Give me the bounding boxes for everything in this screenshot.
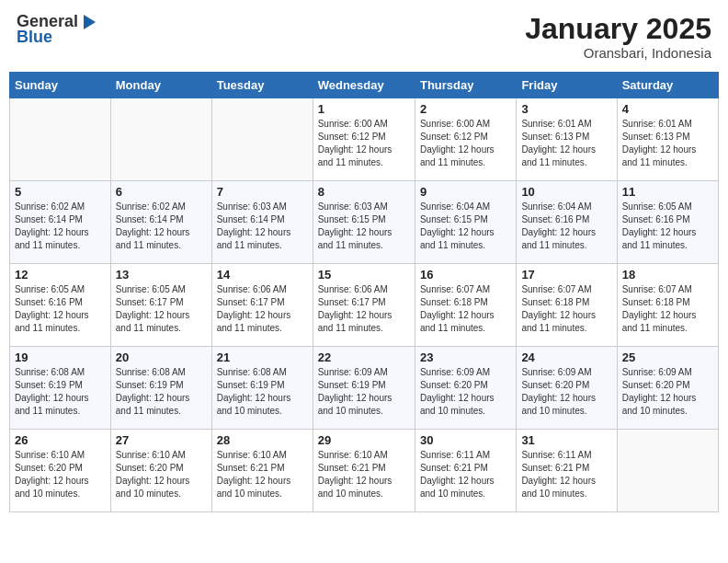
day-number: 8 (318, 185, 410, 199)
calendar-cell: 31Sunrise: 6:11 AM Sunset: 6:21 PM Dayli… (517, 430, 617, 512)
day-info: Sunrise: 6:10 AM Sunset: 6:21 PM Dayligh… (217, 449, 308, 500)
day-number: 29 (318, 433, 410, 447)
day-info: Sunrise: 6:08 AM Sunset: 6:19 PM Dayligh… (116, 366, 207, 418)
calendar-cell: 25Sunrise: 6:09 AM Sunset: 6:20 PM Dayli… (617, 347, 718, 430)
day-info: Sunrise: 6:06 AM Sunset: 6:17 PM Dayligh… (318, 283, 410, 335)
page-header: General Blue January 2025 Oransbari, Ind… (9, 9, 719, 64)
day-number: 26 (15, 433, 106, 447)
day-number: 21 (217, 350, 308, 364)
day-info: Sunrise: 6:02 AM Sunset: 6:14 PM Dayligh… (116, 201, 207, 252)
month-year-title: January 2025 (525, 13, 711, 45)
calendar-cell: 22Sunrise: 6:09 AM Sunset: 6:19 PM Dayli… (313, 347, 415, 430)
calendar-cell (211, 98, 313, 181)
logo-arrow-icon (79, 15, 96, 29)
calendar-cell: 10Sunrise: 6:04 AM Sunset: 6:16 PM Dayli… (517, 181, 617, 264)
logo-blue-text: Blue (17, 28, 52, 47)
day-info: Sunrise: 6:09 AM Sunset: 6:20 PM Dayligh… (622, 366, 713, 418)
day-number: 24 (521, 350, 611, 364)
calendar-cell: 27Sunrise: 6:10 AM Sunset: 6:20 PM Dayli… (110, 430, 211, 512)
day-number: 3 (521, 102, 611, 116)
day-number: 7 (217, 185, 308, 199)
week-row-5: 26Sunrise: 6:10 AM Sunset: 6:20 PM Dayli… (10, 430, 719, 512)
day-info: Sunrise: 6:09 AM Sunset: 6:20 PM Dayligh… (420, 366, 511, 418)
day-info: Sunrise: 6:05 AM Sunset: 6:16 PM Dayligh… (15, 283, 106, 335)
day-number: 19 (15, 350, 106, 364)
day-number: 10 (521, 185, 611, 199)
day-number: 14 (217, 268, 308, 282)
header-sunday: Sunday (10, 73, 111, 98)
calendar-cell: 19Sunrise: 6:08 AM Sunset: 6:19 PM Dayli… (10, 347, 111, 430)
day-number: 23 (420, 350, 511, 364)
svg-marker-0 (84, 15, 96, 29)
calendar-cell: 26Sunrise: 6:10 AM Sunset: 6:20 PM Dayli… (10, 430, 111, 512)
day-info: Sunrise: 6:04 AM Sunset: 6:16 PM Dayligh… (521, 201, 611, 252)
day-number: 11 (622, 185, 713, 199)
day-number: 31 (521, 433, 611, 447)
day-number: 27 (116, 433, 207, 447)
day-info: Sunrise: 6:11 AM Sunset: 6:21 PM Dayligh… (420, 449, 511, 500)
calendar-cell: 17Sunrise: 6:07 AM Sunset: 6:18 PM Dayli… (517, 264, 617, 347)
week-row-2: 5Sunrise: 6:02 AM Sunset: 6:14 PM Daylig… (10, 181, 719, 264)
calendar-cell: 11Sunrise: 6:05 AM Sunset: 6:16 PM Dayli… (617, 181, 718, 264)
day-info: Sunrise: 6:08 AM Sunset: 6:19 PM Dayligh… (15, 366, 106, 418)
calendar-cell: 30Sunrise: 6:11 AM Sunset: 6:21 PM Dayli… (415, 430, 516, 512)
calendar-cell (617, 430, 718, 512)
title-block: January 2025 Oransbari, Indonesia (525, 13, 711, 61)
day-info: Sunrise: 6:02 AM Sunset: 6:14 PM Dayligh… (15, 201, 106, 252)
header-saturday: Saturday (617, 73, 718, 98)
calendar-cell: 1Sunrise: 6:00 AM Sunset: 6:12 PM Daylig… (313, 98, 415, 181)
day-info: Sunrise: 6:04 AM Sunset: 6:15 PM Dayligh… (420, 201, 511, 252)
day-number: 20 (116, 350, 207, 364)
day-number: 17 (521, 268, 611, 282)
day-info: Sunrise: 6:03 AM Sunset: 6:15 PM Dayligh… (318, 201, 410, 252)
day-number: 13 (116, 268, 207, 282)
calendar-cell: 4Sunrise: 6:01 AM Sunset: 6:13 PM Daylig… (617, 98, 718, 181)
day-number: 28 (217, 433, 308, 447)
calendar-cell: 7Sunrise: 6:03 AM Sunset: 6:14 PM Daylig… (211, 181, 313, 264)
week-row-3: 12Sunrise: 6:05 AM Sunset: 6:16 PM Dayli… (10, 264, 719, 347)
day-number: 16 (420, 268, 511, 282)
calendar-cell (10, 98, 111, 181)
day-number: 15 (318, 268, 410, 282)
calendar-cell: 8Sunrise: 6:03 AM Sunset: 6:15 PM Daylig… (313, 181, 415, 264)
day-info: Sunrise: 6:07 AM Sunset: 6:18 PM Dayligh… (622, 283, 713, 335)
day-info: Sunrise: 6:01 AM Sunset: 6:13 PM Dayligh… (622, 118, 713, 169)
calendar-cell: 21Sunrise: 6:08 AM Sunset: 6:19 PM Dayli… (211, 347, 313, 430)
calendar-cell: 2Sunrise: 6:00 AM Sunset: 6:12 PM Daylig… (415, 98, 516, 181)
day-info: Sunrise: 6:07 AM Sunset: 6:18 PM Dayligh… (521, 283, 611, 335)
day-info: Sunrise: 6:08 AM Sunset: 6:19 PM Dayligh… (217, 366, 308, 418)
calendar-cell: 6Sunrise: 6:02 AM Sunset: 6:14 PM Daylig… (110, 181, 211, 264)
day-number: 18 (622, 268, 713, 282)
calendar-cell: 12Sunrise: 6:05 AM Sunset: 6:16 PM Dayli… (10, 264, 111, 347)
day-info: Sunrise: 6:07 AM Sunset: 6:18 PM Dayligh… (420, 283, 511, 335)
calendar-cell: 29Sunrise: 6:10 AM Sunset: 6:21 PM Dayli… (313, 430, 415, 512)
day-number: 4 (622, 102, 713, 116)
header-friday: Friday (517, 73, 617, 98)
header-monday: Monday (110, 73, 211, 98)
day-info: Sunrise: 6:05 AM Sunset: 6:17 PM Dayligh… (116, 283, 207, 335)
calendar-cell: 9Sunrise: 6:04 AM Sunset: 6:15 PM Daylig… (415, 181, 516, 264)
calendar-table: Sunday Monday Tuesday Wednesday Thursday… (9, 72, 719, 512)
day-info: Sunrise: 6:09 AM Sunset: 6:20 PM Dayligh… (521, 366, 611, 418)
header-thursday: Thursday (415, 73, 516, 98)
day-number: 2 (420, 102, 511, 116)
calendar-cell: 13Sunrise: 6:05 AM Sunset: 6:17 PM Dayli… (110, 264, 211, 347)
calendar-cell: 14Sunrise: 6:06 AM Sunset: 6:17 PM Dayli… (211, 264, 313, 347)
weekday-header-row: Sunday Monday Tuesday Wednesday Thursday… (10, 73, 719, 98)
header-wednesday: Wednesday (313, 73, 415, 98)
day-number: 1 (318, 102, 410, 116)
calendar-cell: 20Sunrise: 6:08 AM Sunset: 6:19 PM Dayli… (110, 347, 211, 430)
day-info: Sunrise: 6:10 AM Sunset: 6:20 PM Dayligh… (116, 449, 207, 500)
calendar-cell: 5Sunrise: 6:02 AM Sunset: 6:14 PM Daylig… (10, 181, 111, 264)
day-info: Sunrise: 6:03 AM Sunset: 6:14 PM Dayligh… (217, 201, 308, 252)
calendar-cell: 28Sunrise: 6:10 AM Sunset: 6:21 PM Dayli… (211, 430, 313, 512)
day-info: Sunrise: 6:06 AM Sunset: 6:17 PM Dayligh… (217, 283, 308, 335)
day-number: 30 (420, 433, 511, 447)
day-number: 25 (622, 350, 713, 364)
location-subtitle: Oransbari, Indonesia (525, 45, 711, 61)
day-number: 6 (116, 185, 207, 199)
calendar-cell: 15Sunrise: 6:06 AM Sunset: 6:17 PM Dayli… (313, 264, 415, 347)
day-number: 9 (420, 185, 511, 199)
week-row-1: 1Sunrise: 6:00 AM Sunset: 6:12 PM Daylig… (10, 98, 719, 181)
day-info: Sunrise: 6:05 AM Sunset: 6:16 PM Dayligh… (622, 201, 713, 252)
